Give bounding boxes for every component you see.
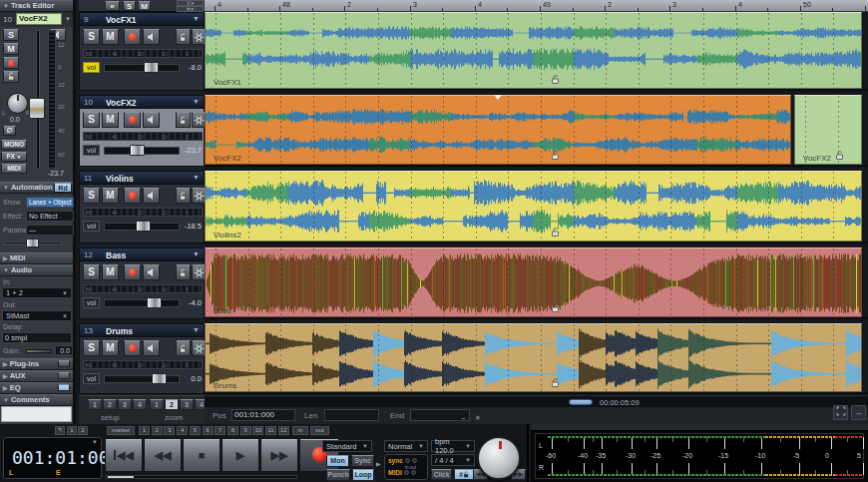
marker-button[interactable]: marker <box>107 426 135 435</box>
chevron-down-icon[interactable]: ▼ <box>193 15 200 22</box>
global-solo-button[interactable]: S <box>123 1 136 11</box>
fx-button[interactable]: FX ▼ <box>1 152 27 162</box>
track-mute-button[interactable]: M <box>102 112 119 128</box>
volume-slider-track[interactable] <box>104 299 180 307</box>
stop-button[interactable]: ■ <box>183 439 220 472</box>
track-mute-button[interactable]: M <box>102 188 119 204</box>
track-record-button[interactable] <box>124 188 141 204</box>
editor-solo-button[interactable]: S <box>3 29 19 41</box>
expand-arrow-icon[interactable]: ▶ <box>376 460 381 467</box>
mono-button[interactable]: MONO <box>1 140 27 150</box>
plugins-state-button[interactable] <box>58 360 70 367</box>
track-record-button[interactable] <box>124 29 141 45</box>
audio-clip[interactable]: VocFX2 <box>794 95 862 165</box>
editor-lock-button[interactable] <box>3 71 19 83</box>
marker-number-button[interactable]: 9 <box>240 426 251 435</box>
volume-label[interactable]: vol <box>83 145 100 156</box>
setup-button[interactable]: 3 <box>118 399 132 410</box>
minimize-button[interactable]: − <box>461 414 466 423</box>
midi-button[interactable]: MIDI <box>1 164 27 174</box>
close-button[interactable]: ✕ <box>475 414 481 422</box>
track-mute-button[interactable]: M <box>102 340 119 356</box>
track-speaker-button[interactable] <box>143 112 160 128</box>
zoom-level-button[interactable]: 1 <box>150 399 164 410</box>
clip-lock[interactable] <box>551 378 561 389</box>
output-select[interactable]: StMast▼ <box>2 310 72 321</box>
clip-lock[interactable] <box>551 75 561 86</box>
volume-slider-track[interactable] <box>104 375 180 383</box>
marker-number-button[interactable]: 12 <box>278 426 289 435</box>
meter-bridge-titlebar[interactable] <box>531 424 868 431</box>
shuttle-knob[interactable] <box>477 436 521 480</box>
audio-clip[interactable]: Bass <box>205 247 862 317</box>
audio-section-header[interactable]: ▼Audio <box>0 264 73 276</box>
track-name-dropdown-icon[interactable]: ▼ <box>65 16 71 22</box>
input-select[interactable]: 1 + 2▼ <box>2 287 72 298</box>
sync-button[interactable]: Sync <box>351 455 374 467</box>
audio-clip[interactable]: VocFX2 <box>205 95 791 165</box>
tempo-field[interactable]: bpm 120.0▼ <box>431 440 475 452</box>
chevron-down-icon[interactable]: ▼ <box>193 250 200 257</box>
forward-button[interactable]: ▶▶ <box>260 439 298 472</box>
track-record-button[interactable] <box>124 264 141 280</box>
fit-to-screen-button[interactable] <box>833 405 848 420</box>
chevron-down-icon[interactable]: ▼ <box>193 174 200 181</box>
editor-mute-button[interactable]: M <box>3 43 19 55</box>
volume-label[interactable]: vol <box>83 297 100 308</box>
track-settings-button[interactable] <box>192 188 206 204</box>
midi-section-header[interactable]: ▶MIDI <box>0 252 73 264</box>
track-name-input[interactable]: VocFX2 <box>16 13 62 25</box>
volume-slider-thumb[interactable] <box>144 62 159 73</box>
track-lock-button[interactable] <box>176 264 191 280</box>
collapse-all-button[interactable]: « <box>105 1 120 11</box>
track-solo-button[interactable]: S <box>83 340 100 356</box>
track-lane[interactable]: VocFX1 <box>205 12 868 91</box>
range-back-button[interactable]: ↰ <box>55 426 65 435</box>
horizontal-scrollbar[interactable]: 00:00:05:09 <box>205 395 868 407</box>
effect-field[interactable]: No Effect <box>26 211 74 222</box>
track-title-bar[interactable]: 13Drums▼ <box>80 324 204 337</box>
quality-select[interactable]: Normal▼ <box>384 440 428 452</box>
clip-marker-icon[interactable] <box>494 95 502 100</box>
audio-clip[interactable]: Drums <box>205 323 862 392</box>
range-1-button[interactable]: 1 <box>67 426 77 435</box>
track-record-button[interactable] <box>124 112 141 128</box>
automation-read-button[interactable]: Rd <box>54 183 72 193</box>
audio-clip[interactable]: Violins2 <box>205 171 862 241</box>
marker-number-button[interactable]: 10 <box>252 426 263 435</box>
track-solo-button[interactable]: S <box>83 112 100 128</box>
track-title-bar[interactable]: 10VocFX2▼ <box>80 96 204 109</box>
loop-button[interactable]: Loop <box>352 469 374 481</box>
track-speaker-button[interactable] <box>143 264 160 280</box>
track-editor-header[interactable]: ▼Track Editor <box>0 0 73 12</box>
track-header[interactable]: 13Drums▼SM804020100vol0.0 <box>79 323 205 394</box>
len-field[interactable] <box>324 409 379 421</box>
volume-label[interactable]: vol <box>83 221 100 232</box>
marker-number-button[interactable]: 1 <box>139 426 150 435</box>
time-display[interactable]: 001:01:000 ▼ L E <box>3 437 102 479</box>
volume-label[interactable]: vol <box>83 373 100 384</box>
audio-clip[interactable]: VocFX1 <box>205 12 862 89</box>
track-lane[interactable]: Bass <box>205 247 868 319</box>
marker-number-button[interactable]: 7 <box>215 426 225 435</box>
track-speaker-button[interactable] <box>143 29 160 45</box>
marker-number-button[interactable]: 6 <box>203 426 214 435</box>
gain-slider[interactable] <box>26 349 52 353</box>
punch-out-button[interactable]: out <box>310 426 329 435</box>
track-title-bar[interactable]: 12Bass▼ <box>80 248 204 261</box>
clip-lock[interactable] <box>551 303 561 314</box>
marker-number-button[interactable]: 11 <box>265 426 276 435</box>
marker-number-button[interactable]: 2 <box>152 426 163 435</box>
setup-button[interactable]: 4 <box>133 399 147 410</box>
time-signature-field[interactable]: / 4 / 4▼ <box>431 454 475 466</box>
chevron-down-icon[interactable]: ▼ <box>193 98 200 105</box>
track-settings-button[interactable] <box>192 340 206 356</box>
clip-lock[interactable] <box>551 151 561 162</box>
track-lane[interactable]: VocFX2VocFX2 <box>205 95 868 167</box>
track-settings-button[interactable] <box>192 264 206 280</box>
grid-lock-button[interactable]: # <box>454 469 475 480</box>
track-settings-button[interactable] <box>192 112 206 128</box>
clip-lock[interactable] <box>551 228 561 239</box>
track-lock-button[interactable] <box>176 112 191 128</box>
delay-field[interactable]: 0 smpl <box>2 332 72 343</box>
